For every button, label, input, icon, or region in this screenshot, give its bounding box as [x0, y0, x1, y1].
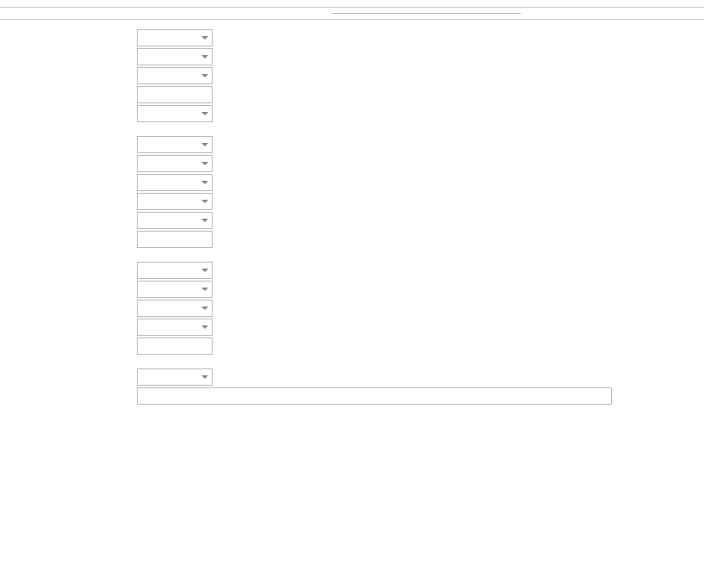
input-sa2[interactable]: [137, 337, 213, 355]
select-dh2[interactable]: [137, 300, 213, 317]
col-active: [598, 8, 637, 20]
detail-form: [0, 20, 704, 414]
select-enc2[interactable]: [137, 262, 213, 279]
col-modify: [637, 8, 704, 20]
page-title: [0, 0, 704, 8]
associations-table: [0, 8, 704, 20]
col-ike: [0, 8, 86, 20]
select-int1[interactable]: [137, 174, 213, 191]
select-start-state[interactable]: [137, 29, 213, 46]
col-local-id: [168, 8, 250, 20]
select-dh1[interactable]: [137, 193, 213, 210]
select-auth[interactable]: [137, 136, 213, 153]
select-dpd[interactable]: [137, 67, 213, 84]
input-psk-phrase[interactable]: [137, 387, 612, 405]
col-note: [521, 8, 598, 20]
select-ipcomp[interactable]: [137, 319, 213, 336]
col-remote-net: [426, 14, 521, 20]
select-dpd-action[interactable]: [137, 105, 213, 122]
select-enc1[interactable]: [137, 155, 213, 172]
select-mobike[interactable]: [137, 48, 213, 65]
input-dpd-period[interactable]: [137, 86, 213, 103]
col-local-net: [331, 14, 426, 20]
input-sa1[interactable]: [137, 231, 213, 248]
select-psk-mode[interactable]: [137, 368, 213, 386]
col-peer-addr: [86, 8, 168, 20]
col-peer-id: [250, 8, 331, 20]
select-int2[interactable]: [137, 281, 213, 298]
select-reauth[interactable]: [137, 212, 213, 229]
